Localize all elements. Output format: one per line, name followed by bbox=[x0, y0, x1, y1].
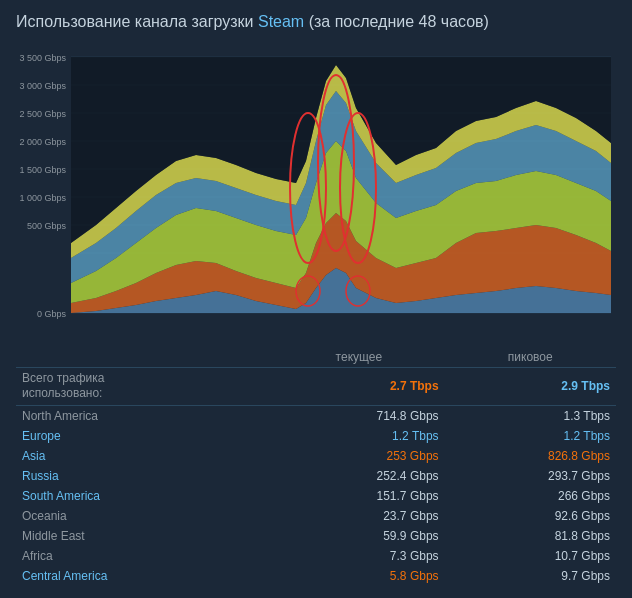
svg-text:3 500 Gbps: 3 500 Gbps bbox=[19, 53, 66, 63]
peak-value: 293.7 Gbps bbox=[445, 466, 616, 486]
table-row: Asia 253 Gbps 826.8 Gbps bbox=[16, 446, 616, 466]
current-value: 714.8 Gbps bbox=[273, 405, 444, 426]
table-header-row: текущее пиковое bbox=[16, 347, 616, 368]
region-name: Central America bbox=[16, 566, 273, 586]
svg-text:2 000 Gbps: 2 000 Gbps bbox=[19, 137, 66, 147]
main-container: Использование канала загрузки Steam (за … bbox=[0, 0, 632, 598]
svg-text:500 Gbps: 500 Gbps bbox=[27, 221, 67, 231]
peak-value: 81.8 Gbps bbox=[445, 526, 616, 546]
current-value: 151.7 Gbps bbox=[273, 486, 444, 506]
region-name: North America bbox=[16, 405, 273, 426]
peak-value: 92.6 Gbps bbox=[445, 506, 616, 526]
table-row: Europe 1.2 Tbps 1.2 Tbps bbox=[16, 426, 616, 446]
title-suffix: (за последние 48 часов) bbox=[304, 13, 489, 30]
svg-text:2 500 Gbps: 2 500 Gbps bbox=[19, 109, 66, 119]
table-row: South America 151.7 Gbps 266 Gbps bbox=[16, 486, 616, 506]
svg-text:1 000 Gbps: 1 000 Gbps bbox=[19, 193, 66, 203]
total-row: Всего трафикаиспользовано: 2.7 Tbps 2.9 … bbox=[16, 367, 616, 405]
peak-value: 266 Gbps bbox=[445, 486, 616, 506]
current-value: 252.4 Gbps bbox=[273, 466, 444, 486]
header-peak: пиковое bbox=[445, 347, 616, 368]
title-main: Использование канала загрузки bbox=[16, 13, 258, 30]
total-peak: 2.9 Tbps bbox=[445, 367, 616, 405]
title-highlight: Steam bbox=[258, 13, 304, 30]
table-row: Africa 7.3 Gbps 10.7 Gbps bbox=[16, 546, 616, 566]
page-title: Использование канала загрузки Steam (за … bbox=[16, 12, 616, 33]
peak-value: 1.3 Tbps bbox=[445, 405, 616, 426]
table-row: Central America 5.8 Gbps 9.7 Gbps bbox=[16, 566, 616, 586]
current-value: 23.7 Gbps bbox=[273, 506, 444, 526]
table-row: North America 714.8 Gbps 1.3 Tbps bbox=[16, 405, 616, 426]
svg-text:1 500 Gbps: 1 500 Gbps bbox=[19, 165, 66, 175]
region-name: South America bbox=[16, 486, 273, 506]
peak-value: 9.7 Gbps bbox=[445, 566, 616, 586]
region-name: Asia bbox=[16, 446, 273, 466]
region-name: Oceania bbox=[16, 506, 273, 526]
current-value: 59.9 Gbps bbox=[273, 526, 444, 546]
current-value: 5.8 Gbps bbox=[273, 566, 444, 586]
header-current: текущее bbox=[273, 347, 444, 368]
current-value: 7.3 Gbps bbox=[273, 546, 444, 566]
table-row: Russia 252.4 Gbps 293.7 Gbps bbox=[16, 466, 616, 486]
total-label: Всего трафикаиспользовано: bbox=[16, 367, 273, 405]
region-name: Russia bbox=[16, 466, 273, 486]
region-name: Africa bbox=[16, 546, 273, 566]
region-name: Middle East bbox=[16, 526, 273, 546]
table-row: Oceania 23.7 Gbps 92.6 Gbps bbox=[16, 506, 616, 526]
total-current: 2.7 Tbps bbox=[273, 367, 444, 405]
peak-value: 1.2 Tbps bbox=[445, 426, 616, 446]
peak-value: 10.7 Gbps bbox=[445, 546, 616, 566]
region-name: Europe bbox=[16, 426, 273, 446]
svg-text:3 000 Gbps: 3 000 Gbps bbox=[19, 81, 66, 91]
current-value: 253 Gbps bbox=[273, 446, 444, 466]
svg-text:0 Gbps: 0 Gbps bbox=[37, 309, 67, 319]
peak-value: 826.8 Gbps bbox=[445, 446, 616, 466]
current-value: 1.2 Tbps bbox=[273, 426, 444, 446]
chart-container: 3 500 Gbps 3 000 Gbps 2 500 Gbps 2 000 G… bbox=[16, 43, 616, 343]
stats-table: текущее пиковое Всего трафикаиспользован… bbox=[16, 347, 616, 586]
chart-svg: 3 500 Gbps 3 000 Gbps 2 500 Gbps 2 000 G… bbox=[16, 43, 616, 343]
chart-wrapper: 3 500 Gbps 3 000 Gbps 2 500 Gbps 2 000 G… bbox=[16, 43, 616, 343]
table-row: Middle East 59.9 Gbps 81.8 Gbps bbox=[16, 526, 616, 546]
